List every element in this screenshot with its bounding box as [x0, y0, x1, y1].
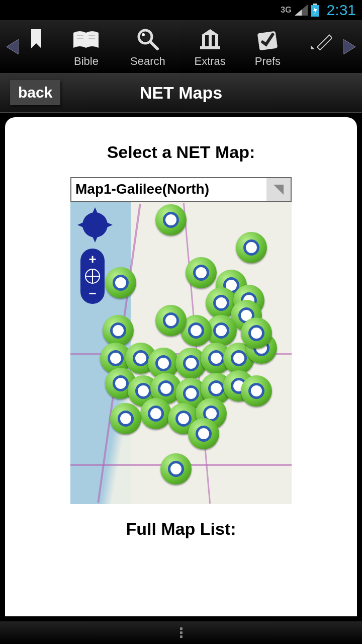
svg-marker-1 [295, 10, 302, 16]
system-nav-bar [0, 621, 362, 644]
map-marker[interactable] [160, 453, 192, 485]
map-select-value: Map1-Galilee(North) [71, 178, 266, 201]
dropdown-arrow-icon [266, 178, 291, 201]
svg-marker-22 [343, 39, 355, 54]
content-card: Select a NET Map: Map1-Galilee(North) + … [5, 117, 357, 616]
toolbar-search[interactable]: Search [130, 25, 165, 68]
toolbar-prev-arrow[interactable] [5, 39, 20, 54]
select-map-heading: Select a NET Map: [107, 142, 255, 162]
svg-marker-21 [311, 45, 315, 49]
map-zoom-control[interactable]: + − [80, 249, 105, 304]
svg-point-12 [142, 33, 145, 36]
toolbar-next-arrow[interactable] [342, 39, 357, 54]
map-marker[interactable] [103, 315, 134, 346]
svg-point-11 [141, 32, 150, 41]
svg-rect-18 [200, 46, 220, 49]
svg-rect-17 [215, 35, 218, 46]
extras-icon [197, 25, 223, 53]
toolbar-bible[interactable]: Bible [71, 25, 101, 68]
pencil-icon [310, 25, 332, 53]
map-marker[interactable] [155, 305, 187, 336]
map-marker[interactable] [110, 403, 141, 434]
signal-icon [295, 5, 308, 16]
main-toolbar: Bible Search Extras Prefs [0, 20, 362, 73]
map-marker[interactable] [140, 398, 171, 429]
svg-rect-20 [317, 35, 332, 50]
svg-marker-5 [7, 39, 19, 54]
full-map-list-heading: Full Map List: [126, 519, 236, 539]
toolbar-extras[interactable]: Extras [194, 25, 225, 68]
map-marker[interactable] [241, 375, 272, 407]
map-marker[interactable] [241, 317, 272, 349]
map-select-dropdown[interactable]: Map1-Galilee(North) [70, 177, 292, 202]
title-bar: back NET Maps [0, 73, 362, 113]
status-bar: 3G 2:31 [0, 0, 362, 20]
globe-icon[interactable] [85, 269, 100, 284]
zoom-out-icon[interactable]: − [88, 287, 96, 300]
pan-right-icon[interactable] [103, 219, 115, 231]
back-button[interactable]: back [10, 80, 60, 105]
map-pan-control[interactable] [77, 207, 113, 243]
svg-rect-16 [209, 35, 212, 46]
toolbar-search-label: Search [130, 55, 165, 68]
pan-left-icon[interactable] [75, 219, 87, 231]
svg-marker-23 [274, 185, 284, 195]
clock-time: 2:31 [327, 2, 356, 19]
svg-marker-14 [201, 29, 219, 35]
book-icon [71, 25, 101, 53]
network-3g-label: 3G [281, 6, 291, 15]
pan-down-icon[interactable] [89, 232, 102, 245]
map-marker[interactable] [186, 257, 217, 288]
svg-rect-15 [202, 35, 205, 46]
menu-icon[interactable] [180, 627, 183, 638]
toolbar-edit[interactable] [310, 25, 332, 68]
battery-icon [311, 4, 320, 17]
toolbar-extras-label: Extras [194, 55, 225, 68]
prefs-icon [254, 25, 281, 53]
map-viewport[interactable]: + − [70, 202, 292, 504]
pan-up-icon[interactable] [89, 205, 102, 217]
toolbar-bible-label: Bible [74, 55, 99, 68]
map-marker[interactable] [236, 232, 267, 263]
svg-line-13 [150, 42, 157, 49]
page-title: NET Maps [140, 83, 222, 103]
toolbar-bookmark[interactable] [30, 25, 42, 68]
toolbar-prefs-label: Prefs [255, 55, 281, 68]
map-marker[interactable] [155, 204, 187, 235]
map-marker[interactable] [105, 267, 136, 298]
map-marker[interactable] [188, 418, 219, 449]
toolbar-prefs[interactable]: Prefs [254, 25, 281, 68]
svg-rect-2 [313, 4, 317, 5]
zoom-in-icon[interactable]: + [88, 253, 96, 266]
bookmark-icon [30, 25, 42, 53]
search-icon [136, 25, 159, 53]
